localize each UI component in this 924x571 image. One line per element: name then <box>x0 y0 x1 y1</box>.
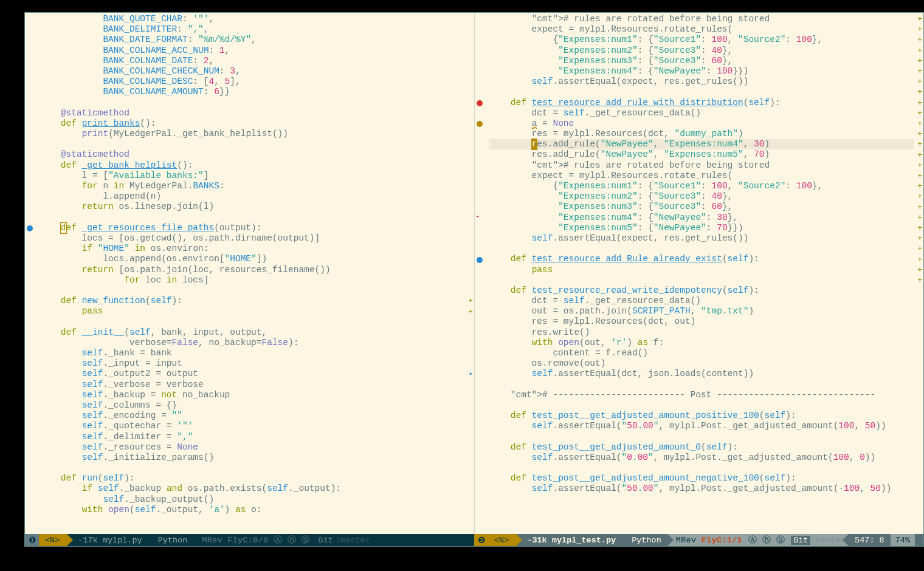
buffer-id-left[interactable]: - 17k mylpl.py <box>67 534 149 546</box>
mode-line-left[interactable]: ❶ <N> - 17k mylpl.py Python MRev FlyC:0/… <box>25 534 474 546</box>
code-line[interactable]: {"Expenses:num1": {"Source1": 100, "Sour… <box>489 181 914 191</box>
code-line[interactable]: a = None <box>489 118 914 129</box>
code-line[interactable]: expect = mylpl.Resources.rotate_rules( <box>489 24 914 35</box>
code-line[interactable] <box>489 275 914 286</box>
code-line[interactable]: def test_post__get_adjusted_amount_posit… <box>489 411 914 421</box>
mode-line-right[interactable]: ❷ <N> - 31k mylpl_test.py Python MRev Fl… <box>474 534 923 546</box>
code-line[interactable]: return os.linesep.join(l) <box>40 202 464 212</box>
code-line[interactable]: @staticmethod <box>40 149 464 160</box>
code-line[interactable]: def _get_bank_helplist(): <box>40 160 464 171</box>
code-line[interactable]: if self._backup and os.path.exists(self.… <box>40 484 464 494</box>
right-pane[interactable]: - "cmt"># rules are rotated before being… <box>474 13 923 534</box>
left-code-area[interactable]: BANK_QUOTE_CHAR: '"', BANK_DELIMITER: ",… <box>36 13 464 534</box>
code-line[interactable]: self._verbose = verbose <box>40 380 464 390</box>
code-line[interactable]: def __init__(self, bank, input, output, <box>40 327 464 338</box>
code-line[interactable]: content = f.read() <box>489 348 914 358</box>
code-line[interactable]: print(MyLedgerPal._get_bank_helplist()) <box>40 129 464 139</box>
code-line[interactable]: def test_post__get_adjusted_amount_0(sel… <box>489 442 914 453</box>
major-mode[interactable]: Python <box>623 534 667 546</box>
code-line[interactable]: self.assertEqual(expect, res.get_rules()… <box>489 233 914 244</box>
code-line[interactable] <box>489 380 914 390</box>
code-line[interactable]: res.add_rule("NewPayee", "Expenses:num5"… <box>489 149 914 160</box>
code-line[interactable]: self._encoding = "" <box>40 411 464 421</box>
code-line[interactable]: self._backup = not no_backup <box>40 390 464 400</box>
major-mode[interactable]: Python <box>150 534 194 546</box>
code-line[interactable]: self._output2 = output <box>40 369 464 379</box>
code-line[interactable]: self.assertEqual("50.00", mylpl.Post._ge… <box>489 484 914 494</box>
code-line[interactable]: self.assertEqual("50.00", mylpl.Post._ge… <box>489 421 914 431</box>
code-line[interactable] <box>40 286 464 296</box>
code-line[interactable]: def print_banks(): <box>40 118 464 129</box>
code-line[interactable]: self._input = input <box>40 358 464 369</box>
code-line[interactable]: BANK_DATE_FORMAT: "%m/%d/%Y", <box>40 35 464 45</box>
code-line[interactable]: verbose=False, no_backup=False): <box>40 338 464 348</box>
code-line[interactable]: for loc in locs] <box>40 275 464 286</box>
code-line[interactable]: "Expenses:num3": {"Source3": 60}, <box>489 56 914 66</box>
code-line[interactable]: "Expenses:num2": {"Source3": 40}, <box>489 191 914 202</box>
code-line[interactable]: BANK_COLNAME_DESC: [4, 5], <box>40 77 464 87</box>
code-line[interactable]: l = ["Available banks:"] <box>40 171 464 181</box>
code-line[interactable]: with open(out, 'r') as f: <box>489 338 914 348</box>
code-line[interactable]: def test_resource_add_rule_with_distribu… <box>489 98 914 108</box>
code-line[interactable]: BANK_QUOTE_CHAR: '"', <box>40 14 464 24</box>
code-line[interactable]: "Expenses:num4": {"NewPayee": 100}}) <box>489 66 914 77</box>
code-line[interactable]: "Expenses:num3": {"Source3": 60}, <box>489 202 914 212</box>
code-line[interactable]: self.assertEqual(dct, json.loads(content… <box>489 369 914 379</box>
code-line[interactable] <box>489 244 914 254</box>
code-line[interactable]: def test_resource_read_write_idempotency… <box>489 286 914 296</box>
code-line[interactable]: res = mylpl.Resources(dct, "dummy_path") <box>489 129 914 139</box>
code-line[interactable]: if "HOME" in os.environ: <box>40 244 464 254</box>
code-line[interactable] <box>40 139 464 149</box>
code-line[interactable] <box>40 316 464 327</box>
code-line[interactable] <box>489 400 914 411</box>
code-line[interactable]: BANK_COLNAME_AMOUNT: 6}} <box>40 87 464 97</box>
code-line[interactable]: self._resources = None <box>40 442 464 453</box>
code-line[interactable]: out = os.path.join(SCRIPT_PATH, "tmp.txt… <box>489 306 914 316</box>
code-line[interactable]: res.add_rule("NewPayee", "Expenses:num4"… <box>489 139 914 149</box>
code-line[interactable]: "cmt"># rules are rotated before being s… <box>489 14 914 24</box>
code-line[interactable]: "Expenses:num4": {"NewPayee": 30}, <box>489 213 914 223</box>
code-line[interactable]: def test_resource_add_Rule_already_exist… <box>489 254 914 264</box>
buffer-id-right[interactable]: - 31k mylpl_test.py <box>516 534 623 546</box>
code-line[interactable]: l.append(n) <box>40 191 464 202</box>
code-line[interactable] <box>489 87 914 97</box>
flycheck-badge[interactable]: FlyC:1/1 <box>702 536 743 545</box>
code-line[interactable]: "cmt"># ------------------------- Post -… <box>489 390 914 400</box>
code-line[interactable]: def new_function(self): <box>40 296 464 306</box>
code-line[interactable]: self.assertEqual(expect, res.get_rules()… <box>489 77 914 87</box>
code-line[interactable]: self._delimiter = "," <box>40 432 464 442</box>
code-line[interactable]: self._initialize_params() <box>40 453 464 463</box>
code-line[interactable] <box>489 432 914 442</box>
code-line[interactable]: locs.append(os.environ["HOME"]) <box>40 254 464 264</box>
code-line[interactable]: BANK_DELIMITER: ",", <box>40 24 464 35</box>
code-line[interactable]: BANK_COLNAME_CHECK_NUM: 3, <box>40 66 464 77</box>
code-line[interactable]: "cmt"># rules are rotated before being s… <box>489 160 914 171</box>
code-line[interactable]: self._columns = {} <box>40 400 464 411</box>
code-line[interactable]: self.assertEqual("0.00", mylpl.Post._get… <box>489 453 914 463</box>
code-line[interactable]: "Expenses:num2": {"Source3": 40}, <box>489 46 914 56</box>
code-line[interactable]: os.remove(out) <box>489 358 914 369</box>
code-line[interactable]: for n in MyLedgerPal.BANKS: <box>40 181 464 191</box>
git-status[interactable]: Git:master <box>785 536 845 545</box>
code-line[interactable]: self._bank = bank <box>40 348 464 358</box>
code-line[interactable]: @staticmethod <box>40 108 464 118</box>
code-line[interactable]: dct = self._get_resources_data() <box>489 296 914 306</box>
code-line[interactable]: {"Expenses:num1": {"Source1": 100, "Sour… <box>489 35 914 45</box>
code-line[interactable]: pass <box>40 306 464 316</box>
git-status[interactable]: Git:master <box>310 536 370 545</box>
code-line[interactable]: def _get_resources_file_paths(output): <box>40 223 464 233</box>
code-line[interactable]: res.write() <box>489 327 914 338</box>
code-line[interactable]: pass <box>489 265 914 275</box>
right-code-area[interactable]: "cmt"># rules are rotated before being s… <box>486 13 914 534</box>
code-line[interactable]: return [os.path.join(loc, resources_file… <box>40 265 464 275</box>
code-line[interactable]: res = mylpl.Resources(dct, out) <box>489 316 914 327</box>
code-line[interactable]: locs = [os.getcwd(), os.path.dirname(out… <box>40 233 464 244</box>
code-line[interactable] <box>40 213 464 223</box>
code-line[interactable] <box>40 463 464 473</box>
code-line[interactable]: self._quotechar = '"' <box>40 421 464 431</box>
code-line[interactable]: def run(self): <box>40 473 464 484</box>
code-line[interactable]: dct = self._get_resources_data() <box>489 108 914 118</box>
code-line[interactable]: self._backup_output() <box>40 494 464 505</box>
code-line[interactable]: with open(self._output, 'a') as o: <box>40 505 464 515</box>
code-line[interactable]: "Expenses:num5": {"NewPayee": 70}}) <box>489 223 914 233</box>
